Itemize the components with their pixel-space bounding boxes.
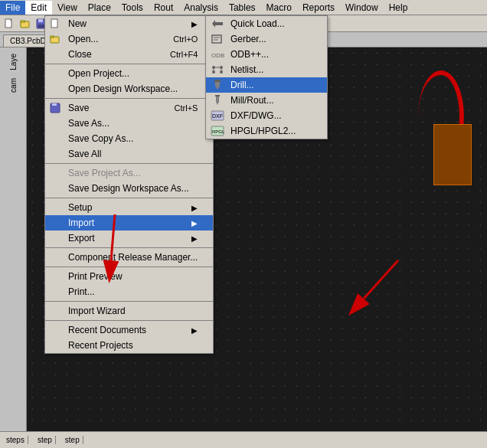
pcb-component-orange	[433, 124, 472, 185]
menu-item-new[interactable]: New ▶	[45, 16, 213, 31]
svg-rect-41	[215, 95, 220, 96]
menu-place[interactable]: Place	[83, 1, 116, 15]
menu-item-recent-projects[interactable]: Recent Projects	[45, 338, 213, 353]
status-steps: steps	[3, 436, 28, 444]
menu-item-recent-docs[interactable]: Recent Documents ▶	[45, 322, 213, 338]
svg-rect-27	[212, 35, 221, 43]
quick-load-icon	[209, 18, 226, 30]
svg-point-34	[220, 70, 223, 74]
menu-item-import[interactable]: Import ▶	[45, 215, 213, 231]
menu-macro[interactable]: Macro	[261, 1, 297, 15]
status-step2: step	[62, 436, 83, 444]
menu-item-setup[interactable]: Setup ▶	[45, 200, 213, 215]
svg-rect-25	[52, 103, 57, 106]
hpgl-icon: RPGL	[209, 125, 226, 137]
dxf-icon: DXF DWG	[209, 110, 226, 122]
menu-analysis[interactable]: Analysis	[178, 1, 224, 15]
new-icon	[48, 18, 62, 30]
menu-item-save-project: Save Project As...	[45, 165, 213, 181]
sep-3	[45, 163, 213, 164]
import-gerber[interactable]: Gerber...	[206, 31, 327, 47]
import-arrow: ▶	[191, 219, 198, 227]
status-bar: steps step step	[0, 431, 487, 448]
recent-docs-arrow: ▶	[191, 326, 198, 335]
svg-rect-39	[214, 80, 221, 82]
left-panel: Laye cam	[0, 47, 27, 431]
status-step: step	[34, 436, 56, 444]
svg-point-33	[212, 70, 215, 74]
svg-text:ODB: ODB	[211, 52, 224, 59]
gerber-icon	[209, 33, 226, 45]
odb-icon: ODB	[209, 48, 226, 60]
import-drill[interactable]: Drill...	[206, 77, 327, 93]
menu-item-open-project[interactable]: Open Project...	[45, 66, 213, 81]
menu-item-open[interactable]: Open... Ctrl+O	[45, 31, 213, 47]
svg-rect-23	[51, 36, 54, 38]
save-shortcut: Ctrl+S	[175, 103, 198, 113]
menu-item-save-workspace[interactable]: Save Design Workspace As...	[45, 181, 213, 196]
close-shortcut: Ctrl+F4	[170, 50, 198, 59]
import-mill[interactable]: Mill/Rout...	[206, 93, 327, 108]
svg-point-32	[220, 66, 223, 69]
save-icon	[48, 102, 62, 114]
svg-marker-40	[216, 96, 219, 105]
export-arrow: ▶	[191, 234, 198, 243]
import-quick-load[interactable]: Quick Load...	[206, 16, 327, 31]
menu-reports[interactable]: Reports	[297, 1, 340, 15]
menu-item-save-as[interactable]: Save As...	[45, 116, 213, 131]
menu-view[interactable]: View	[52, 1, 83, 15]
svg-rect-2	[21, 21, 25, 22]
open-shortcut: Ctrl+O	[173, 34, 198, 44]
menu-item-open-workspace[interactable]: Open Design Workspace...	[45, 81, 213, 96]
menu-file[interactable]: File	[0, 1, 25, 15]
drill-icon	[209, 79, 226, 91]
menu-item-close[interactable]: Close Ctrl+F4	[45, 47, 213, 62]
import-submenu: Quick Load... Gerber... ODB ODB++... Net…	[205, 15, 328, 139]
netlist-icon	[209, 64, 226, 76]
panel-label-layers: Laye	[8, 51, 19, 74]
menu-tools[interactable]: Tools	[116, 1, 149, 15]
sep-2	[45, 98, 213, 99]
svg-rect-21	[51, 19, 57, 28]
sep-5	[45, 247, 213, 248]
svg-text:RPGL: RPGL	[212, 129, 224, 134]
sep-7	[45, 301, 213, 302]
svg-text:DXF DWG: DXF DWG	[212, 113, 224, 119]
svg-point-31	[212, 66, 215, 69]
import-odb[interactable]: ODB ODB++...	[206, 47, 327, 62]
svg-rect-5	[38, 25, 44, 28]
menu-item-save-all[interactable]: Save All	[45, 146, 213, 162]
menu-tables[interactable]: Tables	[224, 1, 261, 15]
menu-window[interactable]: Window	[340, 1, 384, 15]
menu-item-import-wizard[interactable]: Import Wizard	[45, 303, 213, 319]
menu-item-save-copy[interactable]: Save Copy As...	[45, 131, 213, 146]
import-netlist[interactable]: Netlist...	[206, 62, 327, 77]
sep-1	[45, 64, 213, 64]
menu-item-export[interactable]: Export ▶	[45, 231, 213, 246]
svg-marker-26	[212, 20, 223, 28]
setup-arrow: ▶	[191, 204, 198, 212]
menu-edit[interactable]: Edit	[25, 1, 52, 15]
sep-6	[45, 267, 213, 267]
mill-icon	[209, 94, 226, 106]
toolbar-open[interactable]	[18, 17, 33, 31]
svg-rect-4	[38, 19, 43, 22]
edit-menu-dropdown: New ▶ Open... Ctrl+O Close Ctrl+F4 Open …	[44, 15, 214, 354]
panel-label-cam: cam	[8, 75, 19, 96]
import-dxf[interactable]: DXF DWG DXF/DWG...	[206, 108, 327, 123]
open-icon	[48, 33, 62, 45]
toolbar-new[interactable]	[2, 17, 17, 31]
import-hpgl[interactable]: RPGL HPGL/HPGL2...	[206, 123, 327, 139]
menu-item-print[interactable]: Print...	[45, 284, 213, 299]
menu-rout[interactable]: Rout	[149, 1, 178, 15]
menu-item-component-release[interactable]: Component Release Manager...	[45, 250, 213, 265]
menu-bar: File Edit View Place Tools Rout Analysis…	[0, 0, 487, 15]
new-submenu-arrow: ▶	[191, 20, 198, 28]
menu-item-print-preview[interactable]: Print Preview	[45, 269, 213, 284]
menu-help[interactable]: Help	[384, 1, 413, 15]
menu-item-save[interactable]: Save Ctrl+S	[45, 100, 213, 116]
sep-8	[45, 320, 213, 321]
sep-4	[45, 198, 213, 198]
